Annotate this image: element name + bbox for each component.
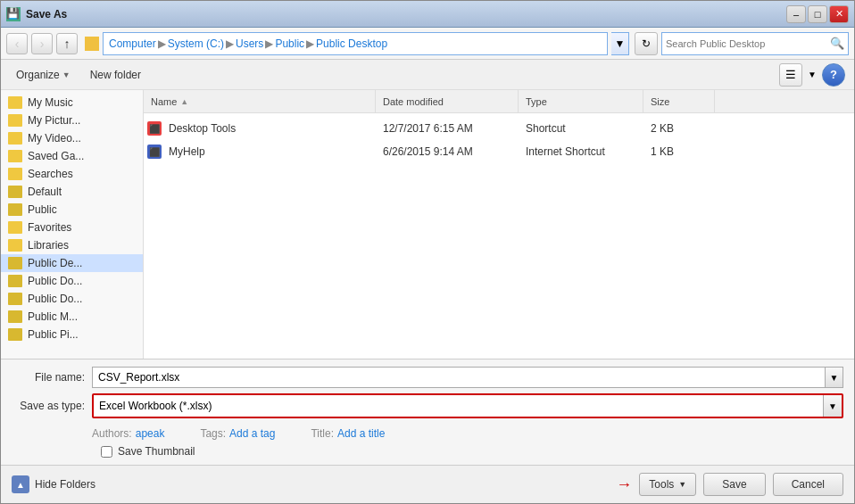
save-button[interactable]: Save [703,473,765,496]
maximize-button[interactable]: □ [808,5,827,23]
sidebar-item-label: Saved Ga... [28,150,84,162]
sidebar-item-public[interactable]: Public [1,201,143,219]
file-type: Internet Shortcut [522,145,647,158]
savetype-dropdown[interactable]: ▼ [824,395,842,417]
sidebar-item-my-pictures[interactable]: My Pictur... [1,112,143,129]
folder-icon [8,186,22,198]
close-button[interactable]: ✕ [829,5,849,23]
filename-dropdown[interactable]: ▼ [826,367,843,388]
cancel-button[interactable]: Cancel [773,473,843,496]
tags-value[interactable]: Add a tag [229,427,275,440]
sidebar-item-my-videos[interactable]: My Video... [1,129,143,147]
tools-chevron-icon: ▼ [678,480,686,489]
col-header-size[interactable]: Size [643,90,715,112]
folder-icon [8,96,22,109]
col-header-name[interactable]: Name ▲ [144,90,376,112]
bottom-section: File name: ▼ Save as type: ▼ Authors: ap… [1,359,854,465]
sidebar-item-libraries[interactable]: Libraries [1,236,143,254]
folder-icon [8,257,22,269]
thumbnail-row: Save Thumbnail [101,445,843,458]
savetype-wrapper: ▼ [92,393,843,418]
sidebar-item-public-pics[interactable]: Public Pi... [1,326,143,343]
sidebar-item-public-desktop[interactable]: Public De... [1,254,143,272]
thumbnail-checkbox[interactable] [101,446,112,458]
organize-button[interactable]: Organize ▼ [10,65,77,85]
authors-value[interactable]: apeak [136,427,165,440]
sidebar-item-label: Public [28,203,57,216]
sidebar-item-label: Searches [28,168,73,180]
back-button[interactable]: ‹ [6,33,28,54]
file-list-header: Name ▲ Date modified Type Size [144,90,854,113]
filename-row: File name: ▼ [12,367,843,388]
file-list: ⬛ Desktop Tools 12/7/2017 6:15 AM Shortc… [144,113,854,359]
footer-bar: ▲ Hide Folders → Tools ▼ Save Cancel [1,465,854,503]
sidebar-item-label: Public Do... [28,275,82,287]
help-button[interactable]: ? [822,63,845,87]
path-public[interactable]: Public [275,37,304,50]
path-folder-icon [85,37,99,51]
sidebar-item-public-docs[interactable]: Public Do... [1,272,143,290]
search-input[interactable] [666,38,830,49]
file-name: MyHelp [165,145,209,158]
path-computer[interactable]: Computer [109,37,156,50]
folder-icon [8,328,22,341]
file-name: Desktop Tools [165,122,239,135]
path-public-desktop[interactable]: Public Desktop [316,37,387,50]
file-date: 12/7/2017 6:15 AM [379,122,522,135]
sidebar-item-default[interactable]: Default [1,183,143,201]
address-dropdown[interactable]: ▼ [611,32,629,55]
tools-label: Tools [649,478,674,491]
window-title: Save As [26,8,67,21]
sidebar-item-my-music[interactable]: My Music [1,94,143,112]
folder-icon [8,239,22,252]
view-toggle-button[interactable]: ☰ [779,63,802,87]
sidebar-item-label: My Music [28,96,73,109]
sidebar-item-public-music[interactable]: Public M... [1,308,143,326]
hide-folders-button[interactable]: ▲ Hide Folders [12,475,95,493]
folder-icon [8,310,22,323]
col-header-date[interactable]: Date modified [376,90,519,112]
folder-icon [8,203,22,216]
forward-button[interactable]: › [31,33,53,54]
file-area: Name ▲ Date modified Type Size ⬛ Desktop… [144,90,854,359]
table-row[interactable]: ⬛ MyHelp 6/26/2015 9:14 AM Internet Shor… [144,140,854,163]
filename-input[interactable] [92,367,826,388]
table-row[interactable]: ⬛ Desktop Tools 12/7/2017 6:15 AM Shortc… [144,117,854,140]
file-date: 6/26/2015 9:14 AM [379,145,522,158]
arrow-hint: → [616,475,632,494]
sidebar-item-label: Public Pi... [28,328,79,341]
savetype-label: Save as type: [12,400,92,412]
file-type: Shortcut [522,122,647,135]
file-size: 2 KB [647,122,718,135]
sidebar-item-label: Public Do... [28,293,82,305]
folder-icon [8,114,22,127]
search-icon[interactable]: 🔍 [830,37,844,50]
sidebar-item-saved-games[interactable]: Saved Ga... [1,147,143,165]
savetype-input[interactable] [94,395,824,417]
path-system-c[interactable]: System (C:) [168,37,224,50]
thumbnail-label[interactable]: Save Thumbnail [118,445,195,458]
minimize-button[interactable]: – [786,5,806,23]
title-value[interactable]: Add a title [337,427,385,440]
sidebar-item-label: Favorites [28,221,71,234]
refresh-button[interactable]: ↻ [635,32,658,55]
col-header-type[interactable]: Type [519,90,643,112]
sidebar-item-label: Libraries [28,239,69,252]
file-size: 1 KB [647,145,718,158]
tools-button[interactable]: Tools ▼ [639,473,696,496]
folder-icon [8,150,22,162]
folder-icon [8,293,22,305]
address-path[interactable]: Computer ▶ System (C:) ▶ Users ▶ Public … [103,32,608,55]
main-content: My Music My Pictur... My Video... Saved … [1,90,854,359]
sidebar-item-label: My Video... [28,132,81,145]
sidebar-item-searches[interactable]: Searches [1,165,143,183]
up-button[interactable]: ↑ [56,33,78,54]
folder-icon [8,221,22,234]
new-folder-button[interactable]: New folder [84,65,147,85]
view-chevron-icon[interactable]: ▼ [808,70,817,79]
path-users[interactable]: Users [236,37,263,50]
sidebar-item-public-docs2[interactable]: Public Do... [1,290,143,308]
footer-right: → Tools ▼ Save Cancel [616,473,843,496]
sidebar-item-favorites[interactable]: Favorites [1,219,143,236]
sidebar-item-label: Public De... [28,257,82,269]
